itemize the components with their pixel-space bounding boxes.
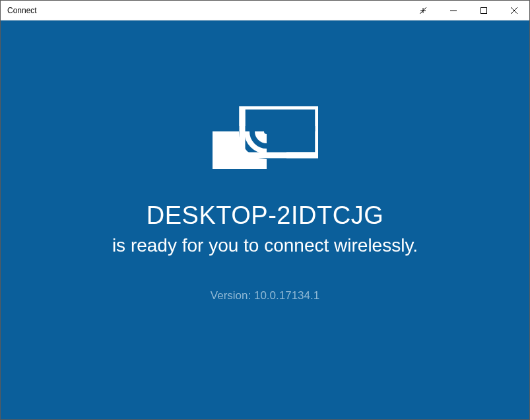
expand-icon — [419, 7, 427, 15]
titlebar: Connect — [1, 1, 529, 20]
maximize-button[interactable] — [469, 1, 499, 20]
svg-rect-7 — [213, 126, 318, 131]
window-title: Connect — [7, 6, 37, 15]
svg-rect-1 — [481, 7, 487, 13]
version-label: Version: 10.0.17134.1 — [211, 289, 319, 302]
cast-icon — [213, 106, 318, 172]
device-name: DESKTOP-2IDTCJG — [147, 201, 383, 230]
close-button[interactable] — [499, 1, 529, 20]
maximize-icon — [480, 7, 487, 14]
titlebar-controls — [408, 1, 529, 20]
minimize-button[interactable] — [438, 1, 469, 20]
expand-button[interactable] — [408, 1, 438, 20]
ready-text: is ready for you to connect wirelessly. — [112, 235, 418, 256]
main-content: DESKTOP-2IDTCJG is ready for you to conn… — [1, 20, 529, 419]
close-icon — [511, 7, 517, 14]
app-window: Connect — [0, 0, 530, 420]
minimize-icon — [450, 7, 457, 14]
svg-rect-8 — [267, 131, 286, 169]
